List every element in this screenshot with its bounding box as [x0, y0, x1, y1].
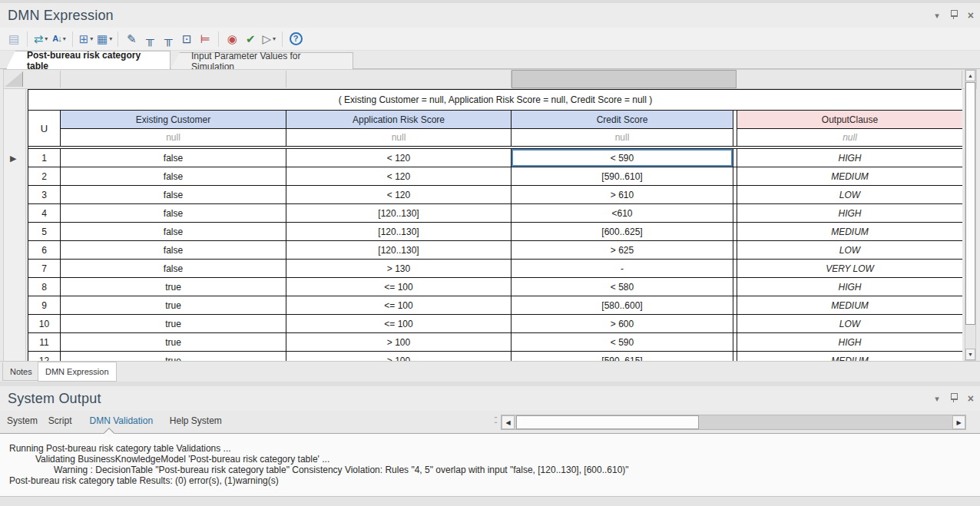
grid-style-button[interactable]: ▦▾ [95, 30, 114, 48]
hit-policy-cell[interactable]: U [28, 111, 61, 146]
column-header-application-risk-score[interactable]: Application Risk Score [286, 111, 512, 129]
rule-input-cell[interactable]: false [61, 186, 286, 204]
rule-output-cell[interactable]: HIGH [737, 278, 962, 296]
output-tab-system[interactable]: System [7, 415, 38, 426]
help-button[interactable]: ? [286, 30, 305, 48]
rule-input-cell[interactable]: < 590 [512, 333, 733, 352]
parameter-value-cell[interactable]: null [512, 129, 733, 146]
rule-input-cell[interactable]: false [61, 260, 286, 278]
rule-number[interactable]: 8 [28, 278, 61, 296]
table-layout-button[interactable]: ⊞▾ [77, 30, 95, 48]
sort-button[interactable]: A↓▾ [50, 30, 68, 48]
simulate-button[interactable]: ◉ [223, 30, 241, 48]
scroll-left-icon[interactable]: ◀ [502, 415, 515, 429]
output-panel-menu-icon[interactable]: ▾ [935, 395, 939, 403]
parameter-value-cell[interactable]: null [61, 129, 286, 146]
rule-output-cell[interactable]: MEDIUM [737, 223, 962, 241]
rule-input-cell[interactable]: < 120 [286, 167, 512, 186]
rule-output-cell[interactable]: HIGH [737, 149, 962, 167]
rule-output-cell[interactable]: LOW [737, 186, 962, 204]
rule-input-cell[interactable]: true [61, 315, 286, 333]
scroll-right-icon[interactable]: ▶ [952, 415, 965, 429]
rule-number[interactable]: 6 [28, 241, 61, 260]
rule-input-cell[interactable]: false [61, 223, 286, 241]
edit-rule-button[interactable]: ⊡ [177, 30, 196, 48]
chevron-down-icon[interactable]: ▾ [273, 35, 276, 42]
vertical-scroll-thumb[interactable] [965, 82, 975, 325]
rule-input-cell[interactable]: < 580 [512, 278, 733, 296]
doc-tab-simulation-inputs[interactable]: Input Parameter Values for Simulation [171, 52, 353, 69]
bottom-tab-notes[interactable]: Notes [2, 362, 40, 381]
rule-output-cell[interactable]: MEDIUM [737, 296, 962, 315]
rule-input-cell[interactable]: > 100 [286, 352, 512, 361]
rule-input-cell[interactable]: [120..130] [286, 223, 512, 241]
rule-input-cell[interactable]: > 600 [512, 315, 733, 333]
rule-number[interactable]: 11 [28, 333, 61, 352]
rule-output-cell[interactable]: LOW [737, 315, 962, 333]
bottom-tab-dmn-expression[interactable]: DMN Expression [38, 362, 117, 382]
save-button[interactable]: ▤ [5, 30, 23, 48]
column-header-segment[interactable] [737, 71, 962, 88]
rule-input-cell[interactable]: <= 100 [286, 315, 512, 333]
rule-input-cell[interactable]: true [61, 296, 286, 315]
rule-input-cell[interactable]: > 100 [286, 333, 512, 352]
rule-number[interactable]: 1 [28, 149, 61, 167]
dock-grip-icon[interactable]: ⁚⁚ [494, 415, 496, 425]
rule-input-cell[interactable]: true [61, 352, 286, 361]
rule-number[interactable]: 7 [28, 260, 61, 278]
doc-tab-decision-table[interactable]: Post-bureau risk category table [6, 51, 171, 69]
output-tab-script[interactable]: Script [48, 415, 72, 426]
rule-input-cell[interactable]: > 130 [286, 260, 512, 278]
scroll-down-icon[interactable]: ▼ [965, 349, 975, 360]
rule-input-cell[interactable]: [600..625] [512, 223, 733, 241]
column-header-segment[interactable] [28, 71, 61, 88]
validate-button[interactable]: ✔ [241, 30, 260, 48]
rule-number[interactable]: 2 [28, 167, 61, 186]
chevron-down-icon[interactable]: ▾ [109, 35, 112, 42]
merge-cells-button[interactable]: ⊨ [196, 30, 214, 48]
dmn-panel-pin-icon[interactable] [950, 10, 957, 21]
chevron-down-icon[interactable]: ▾ [63, 35, 66, 42]
rule-input-cell[interactable]: <= 100 [286, 278, 512, 296]
vertical-scrollbar[interactable]: ▲ ▼ [965, 69, 976, 361]
rule-input-cell[interactable]: false [61, 167, 286, 186]
scroll-up-icon[interactable]: ▲ [965, 70, 975, 81]
column-header-existing-customer[interactable]: Existing Customer [61, 111, 286, 129]
rule-input-cell[interactable]: < 120 [286, 186, 512, 204]
rule-output-cell[interactable]: HIGH [737, 333, 962, 352]
rule-input-cell[interactable]: <610 [512, 204, 733, 223]
parameter-value-cell[interactable]: null [286, 129, 512, 146]
rule-input-cell[interactable]: > 610 [512, 186, 733, 204]
rule-input-cell[interactable]: <= 100 [286, 296, 512, 315]
rule-input-cell[interactable]: false [61, 241, 286, 260]
rule-input-cell[interactable]: - [512, 260, 733, 278]
dmn-panel-close-icon[interactable]: × [968, 10, 974, 21]
output-panel-pin-icon[interactable] [950, 393, 957, 404]
rule-output-cell[interactable]: LOW [737, 241, 962, 260]
horizontal-scrollbar[interactable]: ◀ ▶ [501, 415, 966, 430]
output-tab-help-system[interactable]: Help System [170, 415, 222, 426]
column-header-credit-score[interactable]: Credit Score [512, 111, 733, 129]
output-tab-dmn-validation[interactable]: DMN Validation [90, 415, 153, 426]
selected-cell[interactable]: < 590 [512, 149, 733, 167]
chevron-down-icon[interactable]: ▾ [90, 35, 93, 42]
rule-output-cell[interactable]: VERY LOW [737, 260, 962, 278]
rule-number[interactable]: 12 [28, 352, 61, 361]
chevron-down-icon[interactable]: ▾ [45, 35, 48, 42]
run-button[interactable]: ▷▾ [260, 30, 278, 48]
rule-number[interactable]: 9 [28, 296, 61, 315]
rule-input-cell[interactable]: [120..130] [286, 241, 512, 260]
add-input-column-button[interactable]: ╥ [141, 30, 159, 48]
column-header-output-clause[interactable]: OutputClause [737, 111, 962, 129]
column-header-segment[interactable] [286, 71, 512, 88]
selected-column-indicator[interactable] [512, 70, 737, 88]
column-header-segment[interactable] [61, 71, 286, 88]
output-panel-close-icon[interactable]: × [968, 393, 974, 404]
rule-input-cell[interactable]: [590..615] [512, 352, 733, 361]
auto-arrange-button[interactable]: ⇄▾ [31, 30, 50, 48]
rule-number[interactable]: 3 [28, 186, 61, 204]
rule-input-cell[interactable]: [120..130] [286, 204, 512, 223]
rule-output-cell[interactable]: HIGH [737, 204, 962, 223]
rule-input-cell[interactable]: [580..600] [512, 296, 733, 315]
parameter-value-cell[interactable]: null [737, 129, 962, 146]
